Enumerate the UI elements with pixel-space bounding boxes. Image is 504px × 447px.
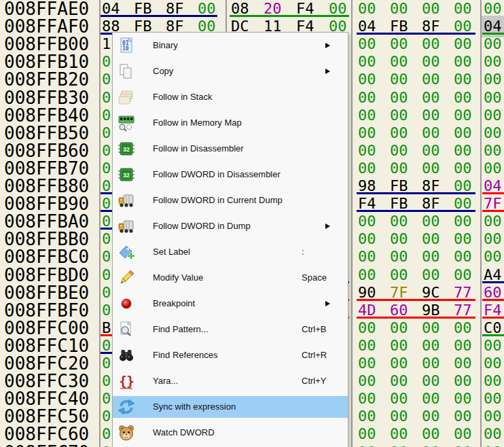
hex-byte[interactable]: 00	[358, 107, 376, 124]
hex-byte[interactable]: 00	[358, 53, 376, 71]
address-label[interactable]: 008FFB60	[4, 142, 89, 160]
hex-byte[interactable]: 00	[358, 266, 376, 284]
hex-byte[interactable]: 00	[390, 89, 408, 107]
hex-byte[interactable]: 00	[454, 337, 472, 355]
address-label[interactable]: 008FFBA0	[4, 213, 89, 230]
menu-item-set-label[interactable]: Set Label:	[113, 239, 348, 265]
hex-byte[interactable]: 00	[484, 444, 502, 447]
hex-byte[interactable]: 00	[454, 390, 472, 408]
address-label[interactable]: 008FFB00	[4, 35, 89, 53]
address-label[interactable]: 008FFB40	[4, 107, 89, 124]
hex-byte[interactable]: 00	[390, 142, 408, 160]
menu-item-follow-in-stack[interactable]: Follow in Stack	[113, 84, 348, 110]
hex-byte[interactable]: 00	[454, 248, 472, 266]
hex-byte[interactable]: 0	[102, 372, 111, 390]
address-label[interactable]: 008FFAF0	[4, 18, 89, 35]
hex-byte[interactable]: 00	[358, 319, 376, 337]
hex-byte[interactable]: 0	[102, 230, 111, 248]
hex-byte[interactable]: 00	[484, 230, 502, 248]
hex-byte[interactable]: 00	[422, 71, 440, 88]
hex-byte[interactable]: 00	[454, 71, 472, 88]
menu-item-yara[interactable]: {}Yara...Ctrl+Y	[113, 368, 348, 394]
address-label[interactable]: 008FFC40	[4, 390, 89, 408]
menu-item-watch-dword[interactable]: Watch DWORD	[113, 420, 348, 446]
address-label[interactable]: 008FFB50	[4, 124, 89, 142]
hex-byte[interactable]: 00	[390, 0, 408, 18]
hex-byte[interactable]: 00	[454, 35, 472, 53]
hex-byte[interactable]: 00	[484, 89, 502, 107]
address-label[interactable]: 008FFC60	[4, 425, 89, 443]
hex-byte[interactable]: 0	[102, 444, 111, 447]
hex-byte[interactable]: 00	[390, 248, 408, 266]
hex-byte[interactable]: 00	[358, 444, 376, 447]
menu-item-follow-in-memory-map[interactable]: Follow in Memory Map	[113, 110, 348, 136]
hex-byte[interactable]: 00	[454, 142, 472, 160]
address-label[interactable]: 008FFB10	[4, 53, 89, 71]
menu-item-binary[interactable]: 0110Binary	[113, 33, 348, 58]
address-label[interactable]: 008FFB70	[4, 160, 89, 177]
hex-byte[interactable]: 00	[484, 248, 502, 266]
hex-byte[interactable]: 00	[390, 319, 408, 337]
hex-byte[interactable]: 00	[422, 89, 440, 107]
hex-byte[interactable]: 0	[102, 248, 111, 266]
hex-byte[interactable]: 0	[102, 71, 111, 88]
menu-item-copy[interactable]: Copy	[113, 58, 348, 84]
hex-byte[interactable]: 0	[102, 425, 111, 443]
hex-byte[interactable]: 00	[454, 160, 472, 177]
hex-byte[interactable]: 00	[484, 372, 502, 390]
hex-byte[interactable]: 00	[422, 390, 440, 408]
hex-byte[interactable]: 00	[390, 53, 408, 71]
address-label[interactable]: 008FFBE0	[4, 284, 89, 302]
hex-byte[interactable]: 0	[102, 284, 111, 302]
menu-item-breakpoint[interactable]: Breakpoint	[113, 291, 348, 317]
hex-byte[interactable]: 00	[390, 230, 408, 248]
address-label[interactable]: 008FFAE0	[4, 0, 89, 18]
hex-byte[interactable]: 00	[390, 390, 408, 408]
hex-byte[interactable]: 00	[484, 0, 502, 18]
hex-byte[interactable]: 00	[390, 266, 408, 284]
hex-byte[interactable]: 00	[454, 89, 472, 107]
hex-byte[interactable]: 00	[484, 213, 502, 230]
hex-byte[interactable]: 00	[358, 89, 376, 107]
hex-byte[interactable]: 0	[102, 355, 111, 372]
hex-byte[interactable]: 00	[422, 230, 440, 248]
hex-byte[interactable]: 00	[484, 355, 502, 372]
hex-byte[interactable]: 00	[390, 408, 408, 425]
hex-byte[interactable]: 00	[358, 372, 376, 390]
hex-byte[interactable]: 0	[102, 302, 111, 319]
hex-byte[interactable]: 00	[484, 71, 502, 88]
hex-byte[interactable]: 00	[422, 160, 440, 177]
hex-byte[interactable]: 0	[102, 89, 111, 107]
hex-byte[interactable]: 00	[422, 425, 440, 443]
hex-byte[interactable]: 00	[454, 319, 472, 337]
hex-byte[interactable]: 0	[102, 390, 111, 408]
hex-byte[interactable]: 00	[390, 372, 408, 390]
hex-byte[interactable]: 00	[390, 124, 408, 142]
hex-byte[interactable]: 1	[102, 35, 111, 53]
menu-item-follow-in-disassembler[interactable]: 32Follow in Disassembler	[113, 136, 348, 162]
hex-byte[interactable]: 00	[358, 230, 376, 248]
hex-byte[interactable]: 00	[390, 355, 408, 372]
hex-byte[interactable]: 00	[422, 337, 440, 355]
hex-byte[interactable]: 00	[422, 444, 440, 447]
hex-byte[interactable]: 0	[102, 142, 111, 160]
address-label[interactable]: 008FFC10	[4, 337, 89, 355]
hex-byte[interactable]: 00	[422, 0, 440, 18]
hex-byte[interactable]: 00	[390, 444, 408, 447]
address-label[interactable]: 008FFBB0	[4, 230, 89, 248]
hex-byte[interactable]: 00	[358, 390, 376, 408]
hex-byte[interactable]: 00	[422, 372, 440, 390]
address-label[interactable]: 008FFBC0	[4, 248, 89, 266]
hex-byte[interactable]: 0	[102, 53, 111, 71]
hex-byte[interactable]: 00	[358, 355, 376, 372]
hex-byte[interactable]: 00	[422, 248, 440, 266]
address-label[interactable]: 008FFB90	[4, 195, 89, 213]
hex-byte[interactable]: 00	[422, 124, 440, 142]
menu-item-sync-with-expression[interactable]: Sync with expression	[113, 394, 348, 420]
hex-byte[interactable]: 00	[484, 124, 502, 142]
hex-byte[interactable]: 00	[422, 107, 440, 124]
hex-byte[interactable]: 0	[102, 124, 111, 142]
address-label[interactable]: 008FFBD0	[4, 266, 89, 284]
address-label[interactable]: 008FFB80	[4, 177, 89, 195]
hex-byte[interactable]: 00	[484, 390, 502, 408]
